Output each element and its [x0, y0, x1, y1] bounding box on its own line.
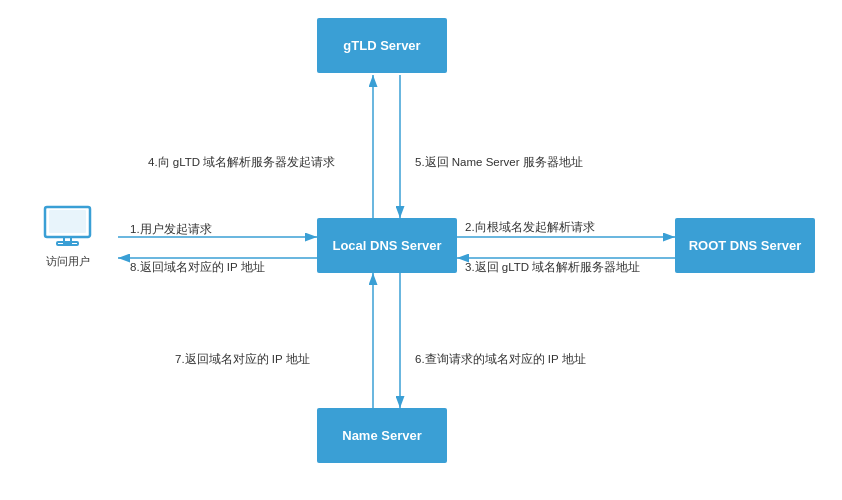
gtld-server-label: gTLD Server [343, 38, 420, 53]
label-step6: 6.查询请求的域名对应的 IP 地址 [415, 352, 586, 367]
label-step7: 7.返回域名对应的 IP 地址 [175, 352, 310, 367]
label-step1: 1.用户发起请求 [130, 222, 212, 237]
local-dns-server-box: Local DNS Server [317, 218, 457, 273]
dns-diagram: gTLD Server Local DNS Server ROOT DNS Se… [0, 0, 842, 500]
label-step3: 3.返回 gLTD 域名解析服务器地址 [465, 260, 640, 275]
label-step2: 2.向根域名发起解析请求 [465, 220, 595, 235]
root-dns-server-box: ROOT DNS Server [675, 218, 815, 273]
svg-rect-13 [49, 210, 86, 233]
label-step5: 5.返回 Name Server 服务器地址 [415, 155, 583, 170]
local-dns-server-label: Local DNS Server [332, 238, 441, 253]
visitor-computer: 访问用户 [40, 205, 95, 269]
label-step4: 4.向 gLTD 域名解析服务器发起请求 [148, 155, 335, 170]
visitor-label: 访问用户 [46, 254, 90, 269]
name-server-box: Name Server [317, 408, 447, 463]
gtld-server-box: gTLD Server [317, 18, 447, 73]
computer-svg [40, 205, 95, 250]
label-step8: 8.返回域名对应的 IP 地址 [130, 260, 265, 275]
name-server-label: Name Server [342, 428, 422, 443]
root-dns-server-label: ROOT DNS Server [689, 238, 802, 253]
